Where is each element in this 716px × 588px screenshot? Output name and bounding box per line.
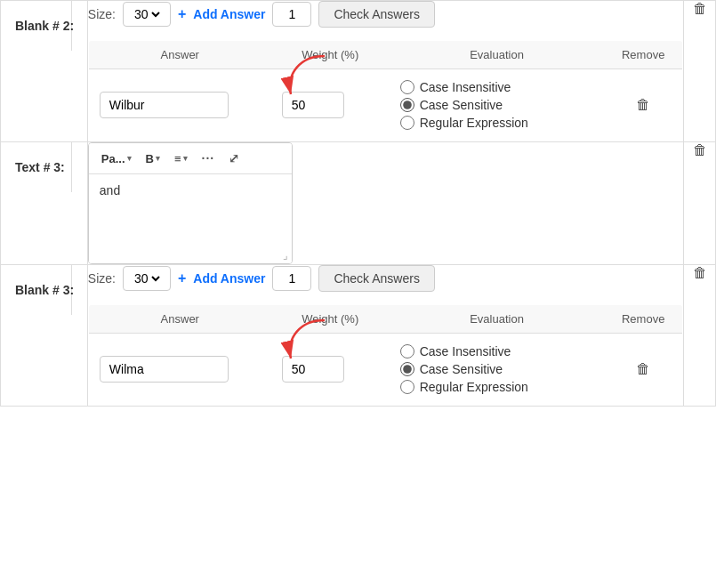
text3-content: Pa... ▾ B ▾ ≡ ▾ ···: [87, 142, 683, 265]
blank3-case-insensitive-option[interactable]: Case Insensitive: [400, 344, 594, 358]
text3-resize-handle: ⌟: [283, 249, 288, 262]
blank3-section-trash-icon[interactable]: 🗑: [693, 265, 707, 280]
blank2-size-dropdown[interactable]: 30 20 40: [131, 6, 163, 22]
blank2-eval-header: Evaluation: [390, 41, 605, 69]
blank2-weight-input[interactable]: [282, 92, 344, 118]
text3-editor: Pa... ▾ B ▾ ≡ ▾ ···: [88, 142, 293, 264]
blank2-label: Blank # 2:: [1, 1, 72, 51]
blank3-answer-input[interactable]: [100, 356, 229, 383]
blank2-case-insensitive-option[interactable]: Case Insensitive: [400, 80, 594, 94]
blank3-case-sensitive-option[interactable]: Case Sensitive: [400, 362, 594, 376]
blank3-case-insensitive-label: Case Insensitive: [420, 344, 511, 358]
blank2-answer-input[interactable]: [100, 92, 229, 118]
blank3-size-select[interactable]: 30 20 40: [123, 266, 171, 291]
blank2-case-sensitive-option[interactable]: Case Sensitive: [400, 98, 594, 112]
blank2-answer-header: Answer: [88, 41, 270, 69]
blank2-size-select[interactable]: 30 20 40: [123, 2, 171, 27]
blank2-plus-icon: +: [178, 6, 186, 22]
text3-content-text: and: [100, 183, 120, 197]
blank3-weight-wrapper: [282, 356, 379, 383]
blank2-count-input[interactable]: [272, 2, 311, 27]
text3-section-trash-icon[interactable]: 🗑: [693, 142, 707, 157]
blank3-count-input[interactable]: [272, 266, 311, 291]
blank2-regex-label: Regular Expression: [420, 116, 528, 130]
blank3-section-trash-cell: 🗑: [684, 265, 716, 407]
blank2-section-trash-cell: 🗑: [684, 1, 716, 142]
blank3-eval-cell: Case Insensitive Case Sensitive Regular …: [390, 334, 605, 406]
text3-toolbar: Pa... ▾ B ▾ ≡ ▾ ···: [89, 143, 292, 174]
text3-align-button[interactable]: ≡ ▾: [169, 149, 193, 168]
text3-more-label: ···: [202, 151, 215, 165]
blank2-eval-cell: Case Insensitive Case Sensitive Regular …: [390, 69, 605, 141]
blank2-check-answers-button[interactable]: Check Answers: [318, 1, 434, 28]
blank3-check-answers-button[interactable]: Check Answers: [318, 265, 434, 292]
blank3-regex-option[interactable]: Regular Expression: [400, 380, 594, 394]
blank3-answer-cell: [88, 334, 270, 406]
text3-align-label: ≡: [174, 152, 181, 165]
text3-bold-label: B: [146, 152, 154, 165]
blank3-remove-cell: 🗑: [604, 334, 682, 406]
blank3-case-sensitive-label: Case Sensitive: [420, 362, 503, 376]
text3-section-trash-cell: 🗑: [684, 142, 716, 265]
blank3-add-answer-button[interactable]: Add Answer: [193, 271, 265, 286]
blank3-case-insensitive-radio[interactable]: [400, 344, 414, 358]
blank2-remove-cell: 🗑: [604, 69, 682, 141]
blank3-weight-input[interactable]: [282, 356, 344, 383]
blank2-row-trash-icon[interactable]: 🗑: [636, 97, 650, 112]
blank2-controls-row: Size: 30 20 40 + Add Answer Check Answer…: [88, 1, 683, 28]
blank3-regex-label: Regular Expression: [420, 380, 528, 394]
text3-more-button[interactable]: ···: [197, 149, 221, 168]
blank2-weight-header: Weight (%): [271, 41, 390, 69]
blank2-answer-cell: [88, 69, 270, 141]
blank3-size-label: Size:: [88, 271, 116, 286]
blank3-answer-table: Answer Weight (%) Evaluation Remove: [88, 304, 683, 406]
text3-style-label: Pa...: [101, 152, 125, 165]
blank3-weight-header: Weight (%): [271, 305, 390, 334]
text3-label: Text # 3:: [1, 142, 72, 192]
blank2-case-insensitive-radio[interactable]: [400, 80, 414, 94]
text3-bold-chevron: ▾: [156, 154, 160, 163]
blank2-row-0: Case Insensitive Case Sensitive Regular …: [88, 69, 682, 141]
blank3-row-trash-icon[interactable]: 🗑: [636, 361, 650, 376]
blank3-eval-header: Evaluation: [390, 305, 605, 334]
blank2-case-sensitive-label: Case Sensitive: [420, 98, 503, 112]
text3-style-button[interactable]: Pa... ▾: [96, 149, 137, 168]
blank3-label: Blank # 3:: [1, 265, 72, 315]
blank3-weight-cell: [271, 334, 390, 406]
blank3-controls-row: Size: 30 20 40 + Add Answer Check Answer…: [88, 265, 683, 292]
text3-editor-body[interactable]: and ⌟: [89, 174, 292, 263]
blank2-weight-cell: [271, 69, 390, 141]
blank3-size-dropdown[interactable]: 30 20 40: [131, 270, 163, 286]
blank3-content: Size: 30 20 40 + Add Answer Check Answer…: [87, 265, 683, 407]
blank2-answer-table: Answer Weight (%) Evaluation Remove: [88, 40, 683, 141]
blank2-size-label: Size:: [88, 7, 116, 21]
blank3-case-sensitive-radio[interactable]: [400, 362, 414, 376]
blank3-eval-options: Case Insensitive Case Sensitive Regular …: [400, 344, 594, 394]
blank2-case-sensitive-radio[interactable]: [400, 98, 414, 112]
blank3-regex-radio[interactable]: [400, 380, 414, 394]
blank2-regex-option[interactable]: Regular Expression: [400, 116, 594, 130]
blank3-row-0: Case Insensitive Case Sensitive Regular …: [88, 334, 682, 406]
blank2-regex-radio[interactable]: [400, 116, 414, 130]
blank2-eval-options: Case Insensitive Case Sensitive Regular …: [400, 80, 594, 130]
text3-align-chevron: ▾: [183, 154, 188, 163]
blank2-content: Size: 30 20 40 + Add Answer Check Answer…: [87, 1, 683, 142]
text3-expand-icon: ⤢: [229, 151, 239, 165]
blank2-weight-wrapper: [282, 92, 379, 118]
text3-expand-button[interactable]: ⤢: [223, 149, 245, 168]
blank2-case-insensitive-label: Case Insensitive: [420, 80, 511, 94]
blank3-answer-header: Answer: [88, 305, 270, 334]
blank2-add-answer-button[interactable]: Add Answer: [193, 7, 265, 21]
text3-bold-button[interactable]: B ▾: [141, 149, 165, 168]
blank2-remove-header: Remove: [604, 41, 682, 69]
blank3-remove-header: Remove: [604, 305, 682, 334]
blank3-plus-icon: +: [178, 270, 186, 286]
text3-style-chevron: ▾: [127, 154, 132, 163]
blank2-section-trash-icon[interactable]: 🗑: [693, 1, 707, 16]
